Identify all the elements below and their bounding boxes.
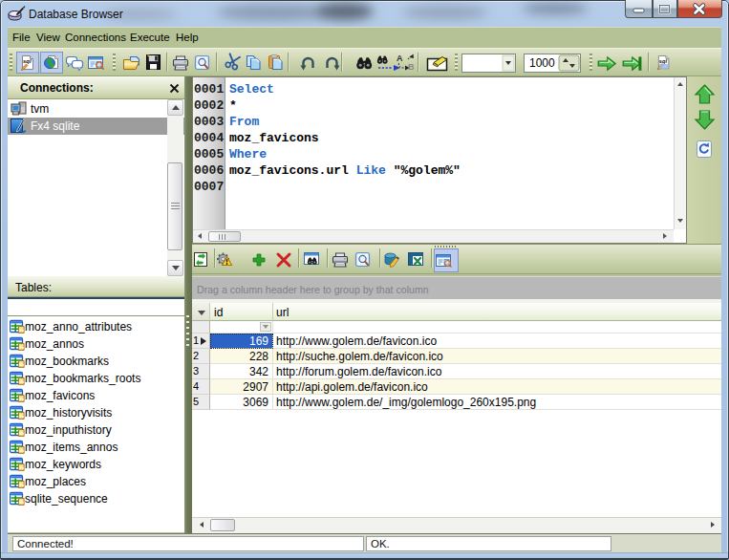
svg-text:A: A [397,54,403,63]
svg-text:B: B [408,62,415,72]
svg-text:1000: 1000 [529,56,555,70]
